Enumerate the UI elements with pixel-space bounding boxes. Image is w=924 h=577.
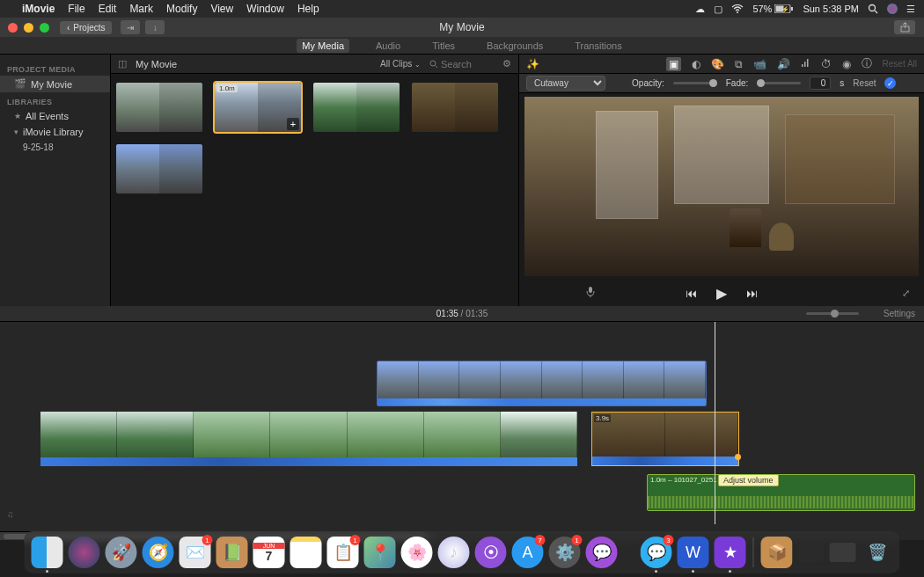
close-window-button[interactable] (8, 23, 18, 33)
disclosure-triangle-icon[interactable]: ▾ (14, 128, 18, 136)
crop-icon[interactable]: ⧉ (735, 58, 743, 70)
dock-word[interactable]: W (678, 537, 709, 568)
media-clip[interactable] (313, 83, 400, 132)
music-track-icon[interactable]: ♫ (7, 509, 14, 519)
media-clip[interactable] (116, 83, 202, 132)
dock-contacts[interactable]: 📗 (216, 537, 248, 568)
reset-button[interactable]: Reset (853, 78, 876, 88)
clock[interactable]: Sun 5:38 PM (803, 4, 859, 14)
dock-imessage[interactable]: 💬3 (641, 537, 672, 568)
menu-view[interactable]: View (210, 3, 233, 15)
zoom-slider[interactable] (806, 312, 859, 315)
sidebar-event[interactable]: 9-25-18 (0, 140, 110, 155)
dock-maps[interactable]: 📍 (364, 537, 396, 568)
airplay-icon[interactable]: ▢ (714, 4, 722, 15)
timeline-tracks[interactable]: 3.9s 1.0m – 101027_0251 Adjust volume ♫ (0, 322, 924, 524)
dock-safari[interactable]: 🧭 (143, 537, 174, 568)
fade-slider[interactable] (757, 82, 801, 84)
menu-help[interactable]: Help (297, 3, 319, 15)
menu-mark[interactable]: Mark (129, 3, 153, 15)
dock-folder[interactable]: 📦 (761, 537, 793, 568)
battery-status[interactable]: 57% ⚡ (752, 4, 794, 14)
dock-messages[interactable]: 💬 (586, 537, 618, 568)
color-balance-icon[interactable]: ◐ (692, 58, 700, 70)
voiceover-record-button[interactable] (585, 286, 596, 301)
download-button[interactable]: ↓ (145, 20, 165, 34)
dock-system-preferences[interactable]: ⚙️1 (549, 537, 581, 568)
detached-audio-clip[interactable]: 1.0m – 101027_0251 Adjust volume (647, 474, 915, 511)
share-button[interactable] (894, 20, 915, 34)
zoom-window-button[interactable] (40, 23, 49, 33)
apply-button[interactable]: ✓ (884, 77, 896, 89)
dock-finder[interactable] (32, 537, 63, 568)
speed-icon[interactable]: ⏱ (821, 58, 832, 70)
media-clip[interactable] (412, 83, 498, 132)
previous-button[interactable]: ⏮ (686, 287, 697, 300)
noise-reduction-icon[interactable] (801, 58, 810, 70)
sidebar-project-my-movie[interactable]: 🎬 My Movie (0, 76, 110, 92)
sidebar-all-events[interactable]: ★ All Events (0, 108, 110, 124)
browser-settings-icon[interactable]: ⚙ (502, 58, 511, 69)
opacity-slider[interactable] (673, 82, 717, 84)
dock-calendar[interactable]: JUN7 (253, 537, 285, 568)
back-to-projects-button[interactable]: ‹ Projects (60, 21, 112, 34)
fullscreen-button[interactable]: ⤢ (902, 288, 910, 299)
dock-minimized-window[interactable] (798, 543, 825, 562)
spotlight-icon[interactable] (868, 4, 878, 14)
import-media-button[interactable]: ⇥ (121, 20, 140, 34)
overlay-mode-select[interactable]: Cutaway (526, 76, 605, 91)
info-icon[interactable]: ⓘ (862, 56, 872, 71)
dock-launchpad[interactable]: 🚀 (106, 537, 137, 568)
cloud-icon[interactable]: ☁︎ (695, 4, 705, 15)
menu-window[interactable]: Window (246, 3, 284, 15)
play-button[interactable]: ▶ (716, 285, 727, 302)
minimize-window-button[interactable] (24, 23, 33, 33)
color-correction-icon[interactable]: 🎨 (711, 58, 724, 70)
menu-file[interactable]: File (68, 3, 84, 15)
fade-value[interactable]: 0 (810, 77, 831, 90)
tab-my-media[interactable]: My Media (297, 39, 349, 53)
primary-clip-a[interactable] (40, 412, 577, 466)
next-button[interactable]: ⏭ (746, 287, 758, 300)
tab-audio[interactable]: Audio (370, 39, 406, 53)
tab-backgrounds[interactable]: Backgrounds (481, 39, 548, 53)
dock-reminders[interactable]: 📋1 (327, 537, 359, 568)
add-to-timeline-button[interactable]: + (287, 118, 299, 130)
stabilization-icon[interactable]: 📹 (753, 58, 766, 70)
sidebar-toggle-icon[interactable]: ◫ (118, 58, 127, 69)
dock-imovie[interactable]: ★ (715, 537, 746, 568)
menu-edit[interactable]: Edit (99, 3, 117, 15)
dock-trash[interactable]: 🗑️ (862, 537, 893, 568)
volume-icon[interactable]: 🔊 (777, 58, 790, 70)
timeline-settings-button[interactable]: Settings (884, 309, 915, 318)
dock-photos[interactable]: 🌸 (401, 537, 433, 568)
app-menu[interactable]: iMovie (22, 3, 55, 15)
dock-itunes[interactable]: ♪ (438, 537, 470, 568)
dock-podcasts[interactable]: ⦿ (475, 537, 507, 568)
search-field[interactable] (429, 59, 494, 69)
video-preview[interactable] (524, 97, 919, 276)
enhance-icon[interactable]: ✨ (526, 58, 539, 70)
overlay-clip[interactable] (377, 361, 707, 406)
dock-notes[interactable] (290, 537, 322, 568)
overlay-settings-icon[interactable]: ▣ (666, 57, 681, 71)
menu-modify[interactable]: Modify (166, 3, 197, 15)
playhead[interactable] (715, 322, 715, 524)
tab-transitions[interactable]: Transitions (569, 39, 627, 53)
siri-icon[interactable] (887, 4, 898, 14)
sidebar-imovie-library[interactable]: ▾ iMovie Library (0, 124, 110, 140)
primary-clip-b-selected[interactable]: 3.9s (591, 412, 739, 466)
media-clip-selected[interactable]: 1.0m + (215, 83, 301, 132)
tab-titles[interactable]: Titles (427, 39, 460, 53)
dock-mail[interactable]: ✉️1 (180, 537, 211, 568)
clips-filter-dropdown[interactable]: All Clips ⌄ (380, 59, 421, 69)
notification-center-icon[interactable]: ☰ (906, 4, 915, 15)
filter-icon[interactable]: ◉ (842, 58, 851, 70)
media-clip[interactable] (116, 144, 202, 194)
dock-minimized-window[interactable] (830, 543, 856, 562)
trim-handle[interactable] (735, 454, 741, 460)
wifi-icon[interactable] (731, 4, 744, 13)
dock-siri[interactable] (69, 537, 100, 568)
search-input[interactable] (441, 59, 494, 69)
reset-all-button[interactable]: Reset All (883, 59, 917, 69)
